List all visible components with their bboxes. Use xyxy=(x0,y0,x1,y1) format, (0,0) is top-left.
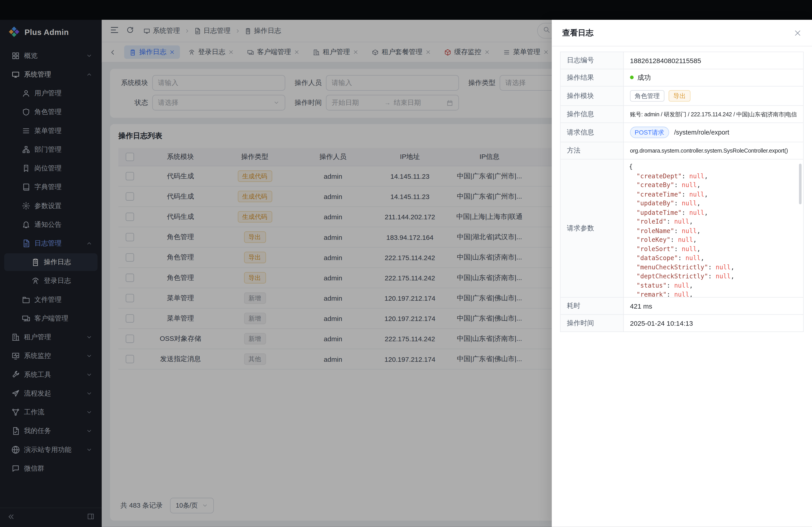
json-null: null xyxy=(689,172,705,179)
drawer-row-3: 操作信息账号: admin / 研发部门 / 222.175.114.242 /… xyxy=(560,105,803,123)
json-key: "status" xyxy=(637,282,667,289)
json-null: null xyxy=(682,181,697,189)
json-key: "menuCheckStrictly" xyxy=(637,264,708,271)
json-key: "createBy" xyxy=(637,181,674,189)
json-key: "updateTime" xyxy=(637,209,682,216)
view-log-drawer: 查看日志 日志编号1882612840802115585操作结果成功操作模块角色… xyxy=(552,20,812,527)
drawer-field-value: 成功 xyxy=(623,69,803,86)
scrollbar-thumb[interactable] xyxy=(799,164,802,204)
json-null: null xyxy=(682,200,697,207)
status-text: 成功 xyxy=(637,74,651,81)
drawer-field-label: 操作时间 xyxy=(560,314,623,332)
json-key: "deptCheckStrictly" xyxy=(637,272,708,280)
json-null: null xyxy=(716,272,731,280)
drawer-row-2: 操作模块角色管理导出 xyxy=(560,86,803,106)
drawer-field-label: 耗时 xyxy=(560,297,623,314)
drawer-row-4: 请求信息POST请求/system/role/export xyxy=(560,123,803,142)
drawer-field-label: 日志编号 xyxy=(560,52,623,69)
json-pre: { "createDept": null, "createBy": null, … xyxy=(629,163,798,297)
json-key: "roleName" xyxy=(637,227,674,234)
drawer-row-7: 耗时421 ms xyxy=(560,297,803,314)
json-null: null xyxy=(674,291,689,297)
drawer-header: 查看日志 xyxy=(552,20,812,46)
drawer-field-value: POST请求/system/role/export xyxy=(623,123,803,142)
stage: Plus Admin 概览系统管理用户管理角色管理菜单管理部门管理岗位管理字典管… xyxy=(0,0,812,527)
json-key: "remark" xyxy=(637,291,667,297)
json-key: "roleId" xyxy=(637,218,667,225)
log-detail-table: 日志编号1882612840802115585操作结果成功操作模块角色管理导出操… xyxy=(560,51,804,332)
drawer-row-0: 日志编号1882612840802115585 xyxy=(560,52,803,69)
json-key: "createDept" xyxy=(637,172,682,179)
json-key: "roleSort" xyxy=(637,245,674,253)
json-null: null xyxy=(685,254,700,261)
drawer-title: 查看日志 xyxy=(562,28,593,38)
viewport: Plus Admin 概览系统管理用户管理角色管理菜单管理部门管理岗位管理字典管… xyxy=(0,0,812,527)
request-path: /system/role/export xyxy=(674,129,729,136)
json-null: null xyxy=(674,282,689,289)
json-null: null xyxy=(716,264,731,271)
drawer-field-label: 操作模块 xyxy=(560,86,623,106)
drawer-field-label: 请求信息 xyxy=(560,123,623,142)
drawer-body: 日志编号1882612840802115585操作结果成功操作模块角色管理导出操… xyxy=(552,46,812,337)
request-params-code: { "createDept": null, "createBy": null, … xyxy=(624,160,803,297)
json-key: "dataScope" xyxy=(637,254,678,261)
json-key: "roleKey" xyxy=(637,236,670,243)
drawer-row-1: 操作结果成功 xyxy=(560,69,803,86)
drawer-field-value: { "createDept": null, "createBy": null, … xyxy=(623,159,803,297)
json-key: "createTime" xyxy=(637,191,682,198)
drawer-field-value: 1882612840802115585 xyxy=(623,52,803,69)
drawer-field-value: 421 ms xyxy=(623,297,803,314)
drawer-field-value: 2025-01-24 10:14:13 xyxy=(623,314,803,332)
drawer-field-value: 角色管理导出 xyxy=(623,86,803,106)
json-null: null xyxy=(689,209,705,216)
drawer-row-5: 方法org.dromara.system.controller.system.S… xyxy=(560,142,803,159)
drawer-row-8: 操作时间2025-01-24 10:14:13 xyxy=(560,314,803,332)
json-null: null xyxy=(682,245,697,253)
module-tag: 角色管理 xyxy=(630,90,665,102)
drawer-field-label: 请求参数 xyxy=(560,159,623,297)
module-tag: 导出 xyxy=(669,90,691,102)
drawer-field-label: 操作信息 xyxy=(560,105,623,123)
json-null: null xyxy=(682,227,697,234)
json-null: null xyxy=(674,218,689,225)
drawer-field-value: org.dromara.system.controller.system.Sys… xyxy=(623,142,803,159)
drawer-field-value: 账号: admin / 研发部门 / 222.175.114.242 / 中国|… xyxy=(623,105,803,123)
request-method-tag: POST请求 xyxy=(630,127,669,138)
drawer-field-label: 方法 xyxy=(560,142,623,159)
drawer-row-6: 请求参数{ "createDept": null, "createBy": nu… xyxy=(560,159,803,297)
json-null: null xyxy=(689,191,705,198)
drawer-field-label: 操作结果 xyxy=(560,69,623,86)
json-key: "updateBy" xyxy=(637,200,674,207)
close-icon[interactable] xyxy=(794,29,802,37)
json-null: null xyxy=(678,236,693,243)
status-dot xyxy=(630,76,634,79)
close-icon xyxy=(794,29,802,37)
